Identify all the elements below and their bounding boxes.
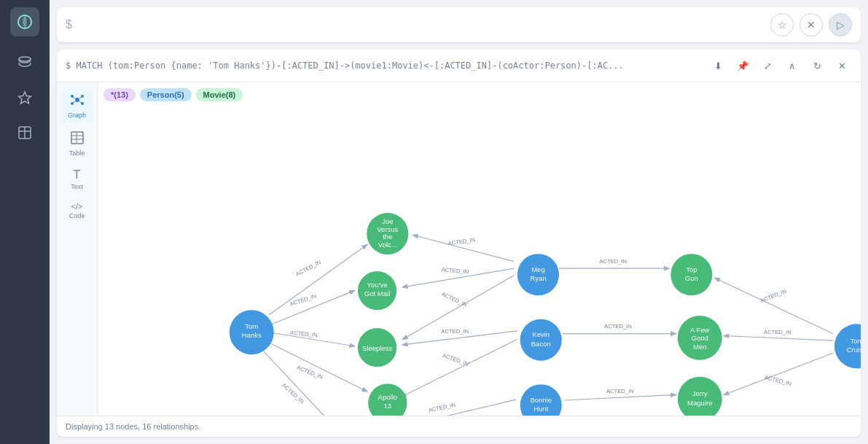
node-youve-got-mail[interactable]: You've Got Mail <box>358 271 396 310</box>
query-prefix: $ <box>66 18 72 31</box>
pin-button[interactable]: 📌 <box>732 55 753 76</box>
tag-person[interactable]: Person(5) <box>140 88 192 101</box>
svg-text:Bacon: Bacon <box>531 340 551 348</box>
svg-point-5 <box>75 98 79 102</box>
node-top-gun[interactable]: Top Gun <box>670 254 712 295</box>
text-icon: T <box>74 168 81 182</box>
edge-tomcruise-fewgoodmen <box>724 336 833 341</box>
svg-line-10 <box>73 97 75 98</box>
node-joe-versus[interactable]: Joe Versus the Volc... <box>367 213 408 254</box>
svg-text:Tom: Tom <box>245 322 258 330</box>
graph-footer: Displaying 13 nodes, 16 relationships. <box>57 416 861 437</box>
svg-text:Tom: Tom <box>850 337 861 345</box>
edge-tomhanks-joeversus <box>269 245 367 315</box>
svg-line-12 <box>73 101 75 103</box>
graph-icon <box>70 93 85 110</box>
edge-label-8: ACTED_IN <box>440 291 468 308</box>
node-few-good-men[interactable]: A Few Good Men <box>678 316 722 360</box>
edge-label-14: ACTED_IN <box>606 388 634 394</box>
node-apollo-13[interactable]: Apollo 13 <box>368 383 407 416</box>
expand-button[interactable]: ⤢ <box>757 55 778 76</box>
edge-label-17: ACTED_IN <box>764 374 792 387</box>
view-tabs: Graph Table T Text <box>57 82 98 416</box>
svg-text:Hunt: Hunt <box>533 405 548 413</box>
svg-text:the: the <box>383 233 392 241</box>
svg-text:Good: Good <box>692 334 708 342</box>
svg-text:Versus: Versus <box>377 225 398 233</box>
sidebar-item-database[interactable] <box>10 48 39 77</box>
edge-kevinbacon-apollo <box>402 339 517 397</box>
node-tom-hanks[interactable]: Tom Hanks <box>230 310 274 354</box>
svg-text:Bonnie: Bonnie <box>530 396 552 404</box>
node-tom-cruise[interactable]: Tom Cruise <box>834 324 861 368</box>
edge-label-9: ACTED_IN <box>599 258 627 265</box>
result-panel: $ MATCH (tom:Person {name: 'Tom Hanks'})… <box>57 50 861 437</box>
svg-text:Maguire: Maguire <box>687 399 712 407</box>
sidebar-item-table[interactable] <box>10 118 39 147</box>
svg-text:Sleepless: Sleepless <box>362 344 393 352</box>
tag-movie[interactable]: Movie(8) <box>196 88 243 101</box>
tag-row: *(13) Person(5) Movie(8) <box>103 88 243 101</box>
sidebar <box>0 0 50 444</box>
svg-text:Joe: Joe <box>382 217 393 225</box>
tab-table-label: Table <box>69 149 85 157</box>
svg-rect-14 <box>71 132 83 144</box>
svg-text:Hanks: Hanks <box>242 331 262 339</box>
edge-label-7: ACTED_IN <box>441 266 469 275</box>
node-meg-ryan[interactable]: Meg Ryan <box>517 254 559 295</box>
tab-code[interactable]: </> Code <box>61 198 93 224</box>
edge-tomcruise-jerrymaguire <box>724 353 833 394</box>
collapse-button[interactable]: ∧ <box>782 55 802 76</box>
node-sleepless[interactable]: Sleepless <box>358 328 396 367</box>
download-button[interactable]: ⬇ <box>708 55 728 76</box>
query-input[interactable] <box>78 19 765 31</box>
edge-label-3: ACTED_IN <box>290 330 318 338</box>
edge-tomcruise-topgun <box>715 278 833 333</box>
main-content: $ ☆ ✕ ▷ $ MATCH (tom:Person {name: 'Tom … <box>50 0 868 444</box>
table-icon <box>70 131 85 148</box>
edge-label-13: ACTED_IN <box>428 402 456 414</box>
sidebar-item-favorites[interactable] <box>10 83 39 112</box>
svg-line-11 <box>79 97 82 98</box>
svg-text:Volc...: Volc... <box>378 241 397 249</box>
svg-text:A Few: A Few <box>690 326 710 334</box>
graph-visualization[interactable]: ACTED_IN ACTED_IN ACTED_IN ACTED_IN ACTE… <box>98 82 861 416</box>
svg-text:Ryan: Ryan <box>530 274 546 282</box>
result-query-text: $ MATCH (tom:Person {name: 'Tom Hanks'})… <box>66 61 708 71</box>
footer-text: Displaying 13 nodes, 16 relationships. <box>66 422 200 431</box>
panel-close-button[interactable]: ✕ <box>832 55 852 76</box>
svg-point-1 <box>19 57 31 61</box>
node-bonnie-hunt[interactable]: Bonnie Hunt <box>520 384 562 416</box>
node-kevin-bacon[interactable]: Kevin Bacon <box>520 319 562 361</box>
edge-tomhanks-greenmile <box>264 351 335 416</box>
run-button[interactable]: ▷ <box>829 13 852 36</box>
svg-text:13: 13 <box>384 402 392 410</box>
tab-code-label: Code <box>69 212 85 219</box>
graph-canvas: *(13) Person(5) Movie(8) ACTED_IN <box>98 82 861 416</box>
query-bar: $ ☆ ✕ ▷ <box>57 7 861 42</box>
edge-label-16: ACTED_IN <box>764 329 791 335</box>
sidebar-logo[interactable] <box>10 7 39 36</box>
tab-text[interactable]: T Text <box>61 164 93 195</box>
tab-graph[interactable]: Graph <box>61 88 93 123</box>
close-button[interactable]: ✕ <box>799 13 823 36</box>
star-button[interactable]: ☆ <box>770 13 794 36</box>
result-header: $ MATCH (tom:Person {name: 'Tom Hanks'})… <box>57 50 861 82</box>
code-icon: </> <box>71 202 83 211</box>
tab-graph-label: Graph <box>68 112 86 119</box>
edge-label-10: ACTED_IN <box>441 328 469 335</box>
result-actions: ⬇ 📌 ⤢ ∧ ↻ ✕ <box>708 55 852 76</box>
svg-text:Cruise: Cruise <box>847 346 861 354</box>
refresh-button[interactable]: ↻ <box>807 55 827 76</box>
edge-label-1: ACTED_IN <box>294 259 321 278</box>
edge-label-4: ACTED_IN <box>296 364 324 380</box>
svg-text:Jerry: Jerry <box>692 389 708 397</box>
svg-text:Apollo: Apollo <box>378 393 397 401</box>
edge-label-12: ACTED_IN <box>604 323 632 330</box>
node-jerry-maguire[interactable]: Jerry Maguire <box>678 377 722 416</box>
svg-text:Kevin: Kevin <box>532 330 550 338</box>
tag-all[interactable]: *(13) <box>103 88 136 101</box>
tab-table[interactable]: Table <box>61 126 93 161</box>
edge-label-5: ACTED_IN <box>281 382 305 405</box>
svg-text:Top: Top <box>686 265 697 273</box>
